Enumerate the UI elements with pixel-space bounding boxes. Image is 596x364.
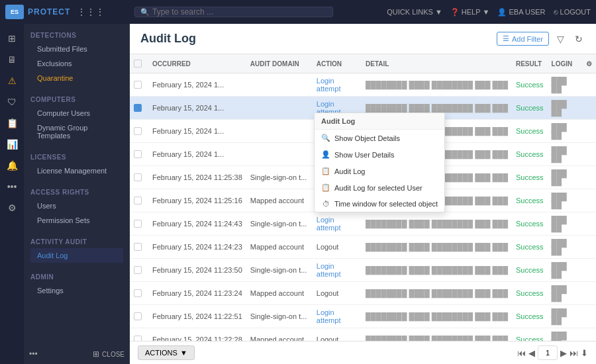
row-settings-cell (582, 236, 596, 259)
context-menu-show-object-details[interactable]: 🔍 Show Object Details (315, 130, 444, 146)
row-action: Logout (313, 282, 362, 305)
user-button[interactable]: 👤EBA USER (497, 8, 545, 17)
row-checkbox[interactable] (134, 220, 142, 228)
sidebar-item-audit-log[interactable]: Audit Log (30, 248, 123, 263)
row-checkbox[interactable] (134, 289, 142, 297)
row-checkbox[interactable] (134, 173, 142, 181)
table-row[interactable]: February 15, 2024 11:22:51 Single-sign-o… (130, 305, 596, 328)
col-audit-domain: AUDIT DOMAIN (246, 54, 313, 73)
search-input[interactable] (152, 7, 327, 17)
row-checkbox[interactable] (134, 197, 142, 205)
grid-icon[interactable]: ⋮⋮⋮ (77, 7, 105, 17)
sidebar-item-dynamic-group-templates[interactable]: Dynamic Group Templates (30, 120, 123, 143)
logout-button[interactable]: ⎋LOGOUT (554, 8, 591, 16)
row-detail: ████████ ████ ████████ ███ ███ (362, 73, 512, 97)
context-menu-audit-log-user[interactable]: 📋 Audit Log for selected User (315, 179, 444, 196)
sidebar-icon-alerts[interactable]: ⚠ (3, 71, 21, 90)
filter-icon-btn[interactable]: ▽ (554, 32, 567, 46)
settings-icon[interactable]: ⚙ (586, 60, 592, 68)
row-checkbox[interactable] (134, 81, 142, 89)
bottom-bar: ACTIONS ▼ ⏮ ◀ ▶ ⏭ ⬇ (130, 341, 596, 364)
sidebar-icon-home[interactable]: ⊞ (3, 29, 21, 48)
row-checkbox-cell (130, 282, 148, 305)
col-action: ACTION (313, 54, 362, 73)
row-audit-domain: Single-sign-on t... (246, 212, 313, 236)
row-detail: ████████ ████ ████████ ███ ███ (362, 282, 512, 305)
row-audit-domain: Mapped account (246, 328, 313, 341)
first-page-icon[interactable]: ⏮ (517, 348, 526, 358)
row-action: Login attempt (313, 212, 362, 236)
row-settings-cell (582, 305, 596, 328)
sidebar-icon-reports[interactable]: 📊 (3, 135, 21, 154)
more-icon[interactable]: ••• (29, 349, 38, 359)
sidebar-item-settings[interactable]: Settings (30, 283, 123, 298)
row-checkbox[interactable] (134, 266, 142, 274)
close-button[interactable]: CLOSE (102, 351, 124, 358)
table-container[interactable]: OCCURRED AUDIT DOMAIN ACTION DETAIL RESU… (130, 54, 596, 341)
add-filter-button[interactable]: ☰ Add Filter (497, 32, 549, 46)
sidebar-item-quarantine[interactable]: Quarantine (30, 71, 123, 85)
download-icon[interactable]: ⬇ (581, 348, 588, 358)
row-login: ███ ██ (548, 236, 582, 259)
help-button[interactable]: ❓HELP ▼ (450, 8, 490, 17)
sidebar-item-license-management[interactable]: License Management (30, 163, 123, 178)
pagination: ⏮ ◀ ▶ ⏭ ⬇ (517, 345, 588, 360)
table-row[interactable]: February 15, 2024 11:23:24 Mapped accoun… (130, 282, 596, 305)
last-page-icon[interactable]: ⏭ (570, 348, 578, 358)
sidebar-item-submitted-files[interactable]: Submitted Files (30, 42, 123, 56)
row-checkbox[interactable] (134, 312, 142, 320)
next-page-icon[interactable]: ▶ (560, 348, 567, 358)
row-occurred: February 15, 2024 1... (148, 143, 246, 166)
table-row[interactable]: February 15, 2024 11:24:23 Mapped accoun… (130, 236, 596, 259)
sidebar-item-users[interactable]: Users (30, 199, 123, 213)
row-checkbox[interactable] (134, 336, 142, 341)
sidebar-item-permission-sets[interactable]: Permission Sets (30, 213, 123, 228)
expand-icon[interactable]: ⊞ (93, 349, 99, 359)
page-number-input[interactable] (538, 345, 558, 360)
table-row[interactable]: February 15, 2024 1... Login attempt ███… (130, 73, 596, 97)
table-row[interactable]: February 15, 2024 11:24:43 Single-sign-o… (130, 212, 596, 236)
row-checkbox[interactable] (134, 104, 142, 112)
actions-button[interactable]: ACTIONS ▼ (138, 345, 195, 360)
sidebar-icon-shield[interactable]: 🛡 (3, 93, 21, 111)
row-detail: ████████ ████ ████████ ███ ███ (362, 259, 512, 282)
sidebar-icon-computers[interactable]: 🖥 (3, 50, 21, 69)
sidebar-item-computer-users[interactable]: Computer Users (30, 106, 123, 120)
refresh-icon-btn[interactable]: ↻ (572, 32, 585, 46)
row-settings-cell (582, 212, 596, 236)
table-row[interactable]: February 15, 2024 11:23:50 Single-sign-o… (130, 259, 596, 282)
sidebar-section-title-activity-audit: ACTIVITY AUDIT (30, 238, 123, 246)
sidebar-icon-notifications[interactable]: 🔔 (3, 156, 21, 175)
row-occurred: February 15, 2024 11:24:43 (148, 212, 246, 236)
table-row[interactable]: February 15, 2024 11:22:28 Mapped accoun… (130, 328, 596, 341)
sidebar-icon-more[interactable]: ••• (3, 177, 21, 196)
content-area: Audit Log ☰ Add Filter ▽ ↻ OCCURRED AUDI… (130, 24, 596, 364)
sidebar-icon-tasks[interactable]: 📋 (3, 114, 21, 132)
context-menu-time-window[interactable]: ⏱ Time window for selected object (315, 196, 444, 212)
row-login: ███ ██ (548, 120, 582, 143)
row-result: Success (512, 73, 548, 97)
col-settings: ⚙ (582, 54, 596, 73)
prev-page-icon[interactable]: ◀ (528, 348, 535, 358)
context-menu-show-user-details[interactable]: 👤 Show User Details (315, 146, 444, 163)
row-detail: ████████ ████ ████████ ███ ███ (362, 212, 512, 236)
select-all-checkbox[interactable] (134, 60, 142, 68)
row-audit-domain: Mapped account (246, 282, 313, 305)
context-menu-audit-log[interactable]: 📋 Audit Log (315, 163, 444, 179)
row-occurred: February 15, 2024 11:24:23 (148, 236, 246, 259)
row-login: ███ ██ (548, 143, 582, 166)
row-checkbox-cell (130, 166, 148, 189)
row-settings-cell (582, 328, 596, 341)
row-checkbox[interactable] (134, 150, 142, 158)
sidebar-section-detections: DETECTIONS Submitted Files Exclusions Qu… (24, 24, 130, 88)
row-checkbox[interactable] (134, 243, 142, 251)
search-bar[interactable]: 🔍 (134, 7, 333, 17)
sidebar-icon-settings[interactable]: ⚙ (3, 199, 21, 217)
quick-links-button[interactable]: QUICK LINKS ▼ (387, 8, 442, 16)
sidebar-item-exclusions[interactable]: Exclusions (30, 56, 123, 71)
context-menu-title: Audit Log (315, 113, 444, 130)
page-title: Audit Log (140, 32, 196, 46)
sidebar-section-access-rights: ACCESS RIGHTS Users Permission Sets (24, 181, 130, 230)
row-action: Logout (313, 328, 362, 341)
row-checkbox[interactable] (134, 127, 142, 135)
